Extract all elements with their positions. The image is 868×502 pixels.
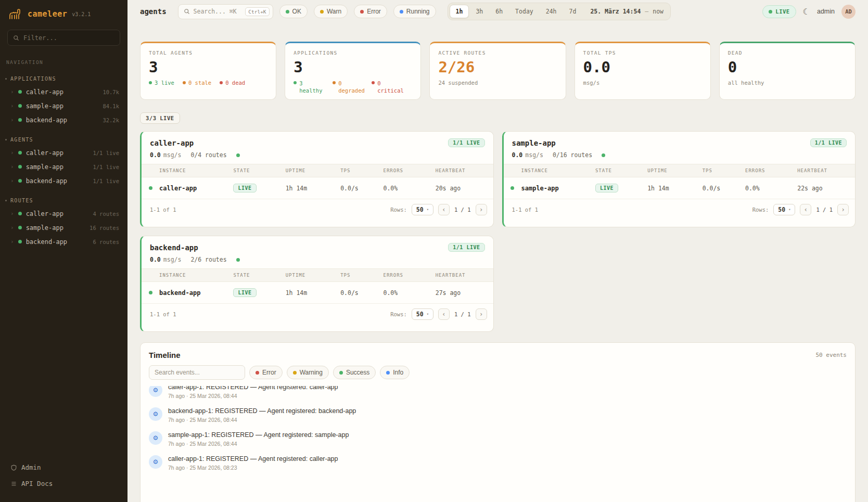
stat-sub-label: 3 healthy	[299, 80, 324, 94]
sidebar-item-routes-sample-app[interactable]: › sample-app 16 routes	[0, 221, 127, 235]
col-uptime: UPTIME	[647, 168, 703, 173]
time-range-today[interactable]: Today	[509, 5, 539, 18]
timeline-events-list[interactable]: ⚙ caller-app-1: REGISTERED — Agent regis…	[141, 386, 855, 502]
table-footer: 1-1 of 1 Rows: 50 ▾ ‹ 1 / 1 ›	[142, 304, 493, 325]
next-page-button[interactable]: ›	[837, 204, 849, 215]
app-logo[interactable]: cameleer v3.2.1	[0, 0, 127, 27]
sidebar-item-applications-caller-app[interactable]: › caller-app 10.7k	[0, 85, 127, 99]
timeline-event: ⚙ backend-app-1: REGISTERED — Agent regi…	[149, 403, 847, 427]
event-time: 7h ago · 25 Mar 2026, 08:44	[168, 393, 338, 399]
dark-mode-toggle-moon-icon[interactable]: ☾	[803, 7, 810, 17]
live-status-badge: LIVE	[762, 5, 796, 18]
time-range-3h[interactable]: 3h	[470, 5, 489, 18]
timeline-chip-error[interactable]: Error	[249, 366, 283, 379]
section-header-agents[interactable]: AGENTS	[0, 134, 127, 146]
sidebar-item-api-docs[interactable]: API Docs	[0, 475, 127, 492]
prev-page-button[interactable]: ‹	[438, 204, 450, 215]
timeline-title: Timeline	[149, 351, 181, 359]
timeline-search	[149, 365, 245, 380]
status-dot-icon	[18, 240, 22, 243]
topbar: agents Ctrl+K OK Warn Error Running 1h 3…	[127, 0, 868, 23]
prev-page-button[interactable]: ‹	[800, 204, 811, 215]
filter-chip-running[interactable]: Running	[393, 5, 436, 18]
cell-tps: 0.0/s	[340, 289, 383, 297]
app-card-title[interactable]: sample-app	[512, 139, 556, 147]
time-range-6h[interactable]: 6h	[490, 5, 508, 18]
rows-per-page-value: 50	[778, 206, 785, 213]
sparkline-dot-icon	[236, 153, 240, 157]
status-dot-icon	[320, 10, 324, 14]
sidebar-item-badge: 16 routes	[90, 225, 119, 231]
timeline-chip-success[interactable]: Success	[333, 366, 376, 379]
content: TOTAL AGENTS 3 3 live 0 stale 0 dead APP…	[127, 23, 868, 502]
chip-label: Success	[346, 369, 369, 376]
timeline-chip-info[interactable]: Info	[380, 366, 410, 379]
sidebar-item-admin[interactable]: Admin	[0, 459, 127, 475]
section-marker-icon	[5, 200, 7, 201]
app-card-title[interactable]: caller-app	[150, 139, 194, 147]
status-dot-icon	[360, 10, 364, 14]
sidebar-item-agents-backend-app[interactable]: › backend-app 1/1 live	[0, 174, 127, 188]
cell-heartbeat: 22s ago	[797, 185, 855, 192]
global-search-input[interactable]	[194, 8, 242, 15]
filter-chip-ok[interactable]: OK	[279, 5, 308, 18]
page-indicator: 1 / 1	[816, 207, 833, 213]
sidebar-filter-input[interactable]	[23, 34, 114, 42]
section-header-routes[interactable]: ROUTES	[0, 195, 127, 207]
rows-per-page-select[interactable]: 50 ▾	[773, 204, 795, 215]
cell-errors: 0.0%	[383, 185, 435, 192]
status-dot-icon	[510, 186, 514, 190]
username[interactable]: admin	[817, 8, 835, 15]
table-row[interactable]: backend-app LIVE 1h 14m 0.0/s 0.0% 27s a…	[142, 282, 493, 304]
col-instance: INSTANCE	[159, 273, 233, 278]
next-page-button[interactable]: ›	[476, 204, 487, 215]
col-uptime: UPTIME	[286, 168, 341, 173]
col-state: STATE	[595, 168, 647, 173]
sidebar-footer-label: API Docs	[21, 480, 53, 487]
time-range-7d[interactable]: 7d	[564, 5, 582, 18]
prev-page-button[interactable]: ‹	[438, 308, 450, 320]
event-time: 7h ago · 25 Mar 2026, 08:44	[168, 441, 349, 447]
status-dot-icon	[183, 81, 186, 84]
timeline-search-input[interactable]	[155, 369, 239, 376]
sidebar-item-badge: 1/1 live	[93, 178, 119, 184]
filter-chip-error[interactable]: Error	[354, 5, 387, 18]
stat-subtext: msg/s	[583, 80, 702, 86]
avatar[interactable]: AD	[841, 5, 856, 19]
chevron-right-icon: ›	[10, 117, 14, 123]
stat-value: 2/26	[438, 58, 557, 76]
time-range-1h[interactable]: 1h	[450, 5, 469, 18]
sidebar-footer: Admin API Docs	[0, 454, 127, 502]
sidebar-item-applications-sample-app[interactable]: › sample-app 84.1k	[0, 99, 127, 113]
timeline-controls: Error Warning Success Info	[141, 365, 855, 386]
col-heartbeat: HEARTBEAT	[436, 273, 493, 278]
time-range-24h[interactable]: 24h	[540, 5, 563, 18]
state-live-pill: LIVE	[595, 184, 618, 192]
status-dot-icon	[18, 226, 22, 229]
sidebar-item-agents-caller-app[interactable]: › caller-app 1/1 live	[0, 146, 127, 160]
section-header-applications[interactable]: APPLICATIONS	[0, 73, 127, 85]
page-title: agents	[140, 7, 167, 16]
app-card-title[interactable]: backend-app	[150, 243, 198, 252]
stat-sub-label: 3 live	[155, 80, 174, 86]
sidebar-item-applications-backend-app[interactable]: › backend-app 32.2k	[0, 113, 127, 127]
stat-value: 3	[149, 58, 267, 76]
rows-label: Rows:	[390, 207, 407, 213]
chip-label: Error	[262, 369, 276, 376]
chevron-right-icon: ›	[10, 149, 14, 156]
app-version: v3.2.1	[72, 11, 91, 17]
filter-chip-warn[interactable]: Warn	[314, 5, 348, 18]
sidebar-item-routes-backend-app[interactable]: › backend-app 6 routes	[0, 235, 127, 249]
table-row[interactable]: caller-app LIVE 1h 14m 0.0/s 0.0% 20s ag…	[142, 177, 493, 199]
sidebar-item-agents-sample-app[interactable]: › sample-app 1/1 live	[0, 160, 127, 174]
next-page-button[interactable]: ›	[476, 308, 487, 320]
stats-row: TOTAL AGENTS 3 3 live 0 stale 0 dead APP…	[140, 42, 856, 100]
sidebar-item-routes-caller-app[interactable]: › caller-app 4 routes	[0, 207, 127, 221]
chip-label: Info	[393, 369, 403, 376]
event-title: caller-app-1: REGISTERED — Agent registe…	[168, 386, 338, 391]
table-row[interactable]: sample-app LIVE 1h 14m 0.0/s 0.0% 22s ag…	[504, 177, 856, 199]
rows-per-page-select[interactable]: 50 ▾	[412, 308, 433, 320]
timeline-chip-warning[interactable]: Warning	[287, 366, 329, 379]
rows-per-page-select[interactable]: 50 ▾	[412, 204, 433, 215]
section-marker-icon	[5, 139, 7, 140]
